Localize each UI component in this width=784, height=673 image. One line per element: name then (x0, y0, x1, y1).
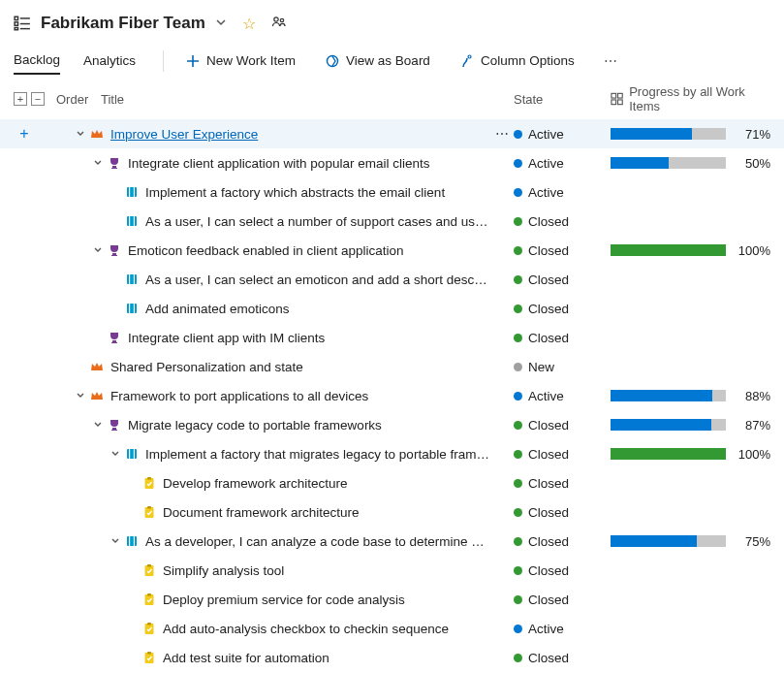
table-row[interactable]: Develop framework architectureClosed (0, 468, 784, 497)
state-dot-icon (514, 450, 522, 459)
table-row[interactable]: Framework to port applications to all de… (0, 381, 784, 410)
state-cell: Closed (514, 302, 611, 316)
svg-rect-26 (127, 449, 137, 459)
table-row[interactable]: Document framework architectureClosed (0, 497, 784, 527)
column-order[interactable]: Order (56, 92, 95, 107)
svg-rect-33 (127, 536, 137, 546)
table-row[interactable]: Add test suite for automationClosed (0, 643, 784, 672)
table-row[interactable]: Emoticon feedback enabled in client appl… (0, 236, 784, 265)
work-item-title[interactable]: Emoticon feedback enabled in client appl… (128, 243, 490, 258)
state-dot-icon (514, 334, 522, 342)
collapse-all-button[interactable]: − (31, 92, 45, 106)
state-label: Closed (528, 302, 569, 316)
work-item-title[interactable]: Document framework architecture (163, 505, 490, 520)
favorite-star-icon[interactable]: ☆ (242, 15, 256, 33)
expand-chevron-icon[interactable] (74, 129, 87, 139)
table-row[interactable]: Simplify analysis toolClosed (0, 556, 784, 585)
expand-chevron-icon[interactable] (109, 449, 122, 459)
state-cell: Closed (514, 243, 611, 258)
state-label: Closed (528, 651, 569, 665)
table-row[interactable]: As a user, I can select a number of supp… (0, 207, 784, 236)
state-label: Closed (528, 243, 569, 258)
state-dot-icon (514, 246, 522, 255)
board-icon (325, 53, 340, 69)
expand-chevron-icon[interactable] (91, 245, 105, 255)
progress-bar (611, 157, 726, 169)
work-item-title[interactable]: Shared Personalization and state (110, 360, 490, 374)
column-title[interactable]: Title (101, 92, 514, 107)
work-item-title[interactable]: Integrate client app with IM clients (128, 331, 490, 345)
table-row[interactable]: Add auto-analysis checkbox to checkin se… (0, 614, 784, 643)
table-row[interactable]: Migrate legacy code to portable framewor… (0, 410, 784, 439)
work-item-title[interactable]: Implement a factory which abstracts the … (145, 185, 490, 200)
work-item-title[interactable]: Add animated emoticons (145, 302, 490, 316)
table-row[interactable]: +Improve User Experience⋯Active71% (0, 119, 784, 148)
work-item-title[interactable]: As a user, I can select a number of supp… (145, 214, 490, 229)
column-progress[interactable]: Progress by all Work Items (611, 84, 770, 113)
svg-rect-28 (134, 449, 135, 459)
work-item-title[interactable]: Migrate legacy code to portable framewor… (128, 418, 490, 433)
table-row[interactable]: As a user, I can select an emoticon and … (0, 265, 784, 294)
progress-bar (611, 419, 726, 431)
expand-chevron-icon[interactable] (74, 391, 87, 401)
svg-rect-41 (147, 623, 151, 625)
state-cell: Closed (514, 651, 611, 665)
state-label: Closed (528, 563, 569, 578)
progress-percent: 75% (734, 534, 770, 549)
tab-backlog[interactable]: Backlog (14, 47, 60, 75)
column-state[interactable]: State (514, 92, 611, 107)
state-cell: Closed (514, 447, 611, 462)
work-item-title[interactable]: Simplify analysis tool (163, 563, 490, 578)
table-row[interactable]: Implement a factory that migrates legacy… (0, 439, 784, 468)
pbi-icon (124, 301, 140, 316)
table-row[interactable]: Deploy premium service for code analysis… (0, 585, 784, 614)
work-item-title[interactable]: Add test suite for automation (163, 651, 490, 665)
table-row[interactable]: As a developer, I can analyze a code bas… (0, 527, 784, 556)
progress-cell: 100% (611, 243, 770, 258)
expand-chevron-icon[interactable] (91, 420, 105, 430)
work-item-title[interactable]: Implement a factory that migrates legacy… (145, 447, 490, 462)
work-item-title[interactable]: As a developer, I can analyze a code bas… (145, 534, 490, 549)
chevron-down-icon[interactable] (215, 16, 227, 31)
row-more-actions[interactable]: ⋯ (490, 126, 514, 142)
table-row[interactable]: Add animated emoticonsClosed (0, 294, 784, 323)
state-dot-icon (514, 275, 522, 284)
svg-rect-10 (612, 93, 616, 98)
table-row[interactable]: Integrate client application with popula… (0, 148, 784, 177)
table-row[interactable]: Implement a factory which abstracts the … (0, 177, 784, 207)
work-item-title[interactable]: Improve User Experience (110, 127, 490, 142)
expand-chevron-icon[interactable] (109, 536, 122, 546)
progress-bar-fill (611, 128, 692, 140)
team-members-icon[interactable] (271, 15, 287, 33)
work-item-title[interactable]: Framework to port applications to all de… (110, 389, 490, 403)
tab-analytics[interactable]: Analytics (83, 48, 136, 74)
progress-bar (611, 448, 726, 460)
table-row[interactable]: Integrate client app with IM clientsClos… (0, 323, 784, 352)
add-child-icon[interactable]: + (19, 125, 28, 143)
svg-rect-20 (127, 274, 137, 284)
pbi-icon (124, 213, 140, 229)
work-item-title[interactable]: Deploy premium service for code analysis (163, 593, 490, 607)
feature-icon (107, 330, 122, 345)
svg-rect-17 (127, 216, 137, 226)
progress-percent: 71% (734, 127, 770, 142)
column-options-button[interactable]: Column Options (454, 49, 580, 73)
work-item-title[interactable]: As a user, I can select an emoticon and … (145, 272, 490, 287)
table-row[interactable]: Shared Personalization and stateNew (0, 352, 784, 381)
svg-rect-0 (15, 16, 17, 19)
state-dot-icon (514, 188, 522, 197)
work-item-title[interactable]: Develop framework architecture (163, 476, 490, 491)
task-icon (141, 475, 157, 491)
svg-rect-42 (145, 653, 154, 663)
work-item-title[interactable]: Add auto-analysis checkbox to checkin se… (163, 622, 490, 636)
expand-chevron-icon[interactable] (91, 158, 105, 168)
state-label: Closed (528, 418, 569, 433)
state-label: New (528, 360, 554, 374)
work-item-title[interactable]: Integrate client application with popula… (128, 156, 490, 171)
new-work-item-button[interactable]: New Work Item (179, 49, 301, 73)
more-actions-button[interactable]: ⋯ (598, 49, 625, 73)
view-as-board-button[interactable]: View as Board (319, 49, 436, 73)
rollup-icon (611, 92, 623, 106)
team-name[interactable]: Fabrikam Fiber Team (41, 14, 205, 33)
expand-all-button[interactable]: + (14, 92, 27, 106)
